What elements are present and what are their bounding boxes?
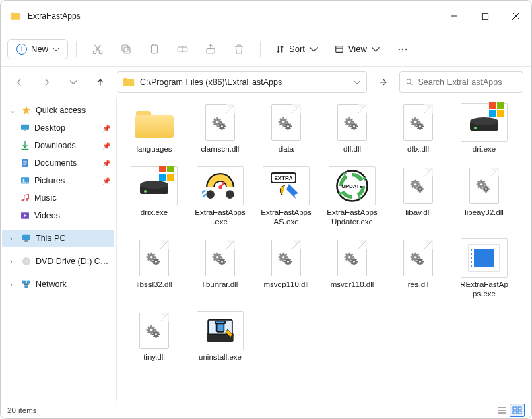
svg-point-83 — [282, 256, 285, 259]
svg-point-85 — [287, 261, 289, 263]
forward-button[interactable] — [36, 71, 57, 93]
address-input[interactable] — [140, 77, 347, 87]
svg-point-53 — [140, 181, 168, 189]
file-label: res.dll — [408, 280, 429, 290]
file-label: msvcp110.dll — [263, 280, 308, 290]
back-button[interactable] — [9, 71, 30, 93]
svg-point-99 — [155, 333, 157, 335]
file-item[interactable]: libunrar.dll — [192, 236, 248, 302]
sidebar-item-network[interactable]: ›Network — [2, 276, 114, 293]
chevron-down-icon — [53, 46, 59, 53]
svg-point-38 — [348, 120, 351, 123]
file-item[interactable]: languages — [126, 100, 182, 157]
new-button[interactable]: + New — [7, 39, 68, 59]
more-button[interactable] — [390, 37, 415, 61]
details-view-button[interactable] — [495, 404, 510, 417]
sidebar-item-dvd[interactable]: ›DVD Drive (D:) CCCOMA_X64FRE — [2, 253, 114, 270]
svg-rect-48 — [489, 102, 496, 109]
file-item[interactable]: res.dll — [390, 236, 446, 302]
up-button[interactable] — [90, 71, 111, 93]
titlebar: ExtraFastApps — [1, 1, 531, 32]
svg-rect-50 — [489, 110, 496, 117]
svg-point-40 — [353, 125, 355, 127]
svg-point-46 — [470, 117, 498, 125]
svg-point-77 — [155, 261, 157, 263]
disc-icon — [21, 256, 32, 267]
file-label: libunrar.dll — [203, 280, 238, 290]
file-item[interactable]: dri.exe — [456, 100, 512, 157]
file-label: languages — [136, 145, 172, 154]
delete-button[interactable] — [226, 37, 252, 61]
sidebar-item-quick-access[interactable]: ⌄ Quick access — [2, 102, 114, 119]
chevron-down-icon — [309, 44, 319, 54]
search-box[interactable] — [399, 71, 523, 93]
dll-icon — [271, 240, 301, 276]
svg-point-12 — [405, 48, 407, 49]
maximize-button[interactable] — [469, 1, 500, 32]
exe-icon — [461, 103, 508, 142]
cut-button[interactable] — [85, 37, 110, 61]
sort-button[interactable]: Sort — [269, 40, 325, 58]
chevron-right-icon: › — [10, 235, 17, 243]
svg-rect-57 — [159, 174, 166, 181]
svg-point-61 — [226, 190, 234, 199]
svg-point-73 — [485, 188, 487, 190]
svg-point-34 — [282, 120, 285, 123]
file-item[interactable]: EXTRAExtraFastAppsAS.exe — [258, 164, 314, 230]
paste-button[interactable] — [141, 37, 167, 61]
svg-point-30 — [216, 120, 219, 123]
chevron-down-icon[interactable] — [353, 78, 361, 86]
svg-point-60 — [206, 190, 215, 199]
file-item[interactable]: libeay32.dll — [456, 164, 512, 230]
file-item[interactable]: dll.dll — [324, 100, 380, 157]
svg-rect-105 — [518, 407, 521, 410]
svg-rect-58 — [167, 174, 174, 181]
view-button[interactable]: View — [328, 40, 387, 58]
dll-icon — [139, 240, 169, 276]
file-item[interactable]: libav.dll — [390, 164, 446, 230]
icons-view-button[interactable] — [510, 404, 525, 417]
file-item[interactable]: drix.exe — [126, 164, 182, 230]
go-button[interactable] — [372, 71, 394, 93]
recent-dropdown[interactable] — [63, 71, 84, 93]
file-item[interactable]: msvcp110.dll — [258, 236, 314, 302]
sidebar-item-desktop[interactable]: Desktop📌 — [2, 119, 114, 137]
close-button[interactable] — [500, 1, 531, 32]
sidebar-item-downloads[interactable]: Downloads📌 — [2, 137, 114, 154]
dll-icon — [205, 240, 235, 276]
sidebar-item-videos[interactable]: Videos — [2, 207, 114, 224]
svg-rect-104 — [513, 407, 517, 410]
search-input[interactable] — [418, 77, 517, 87]
rename-button[interactable] — [170, 37, 195, 61]
file-item[interactable]: data — [258, 100, 314, 157]
svg-point-10 — [398, 48, 399, 49]
exe-icon: EXTRA — [263, 166, 310, 205]
file-item[interactable]: UPDATEExtraFastAppsUpdater.exe — [324, 164, 380, 230]
copy-button[interactable] — [113, 37, 139, 61]
file-item[interactable]: clamscn.dll — [192, 100, 248, 157]
sidebar-item-music[interactable]: Music — [2, 189, 114, 207]
sidebar-item-this-pc[interactable]: ›This PC — [2, 230, 114, 247]
file-item[interactable]: msvcr110.dll — [324, 236, 380, 302]
file-item[interactable]: uninstall.exe — [192, 309, 248, 365]
svg-rect-106 — [513, 411, 517, 414]
share-button[interactable] — [198, 37, 224, 61]
file-label: libeay32.dll — [465, 208, 504, 218]
svg-rect-14 — [21, 125, 29, 130]
svg-point-81 — [221, 261, 223, 263]
address-bar[interactable] — [117, 71, 367, 93]
svg-rect-26 — [22, 281, 26, 284]
chevron-down-icon: ⌄ — [10, 107, 17, 115]
file-item[interactable]: libssl32.dll — [126, 236, 182, 302]
file-item[interactable]: RExtraFastApps.exe — [456, 236, 512, 302]
file-item[interactable]: ExtraFastApps.exe — [192, 164, 248, 230]
sidebar-item-pictures[interactable]: Pictures📌 — [2, 172, 114, 189]
file-item[interactable]: dllx.dll — [390, 100, 446, 157]
exe-icon: UPDATE — [329, 166, 376, 205]
svg-rect-55 — [159, 166, 166, 172]
file-item[interactable]: tiny.dll — [126, 309, 182, 365]
minimize-button[interactable] — [438, 1, 469, 32]
dll-icon — [337, 104, 367, 141]
network-icon — [21, 279, 32, 290]
sidebar-item-documents[interactable]: Documents📌 — [2, 154, 114, 172]
